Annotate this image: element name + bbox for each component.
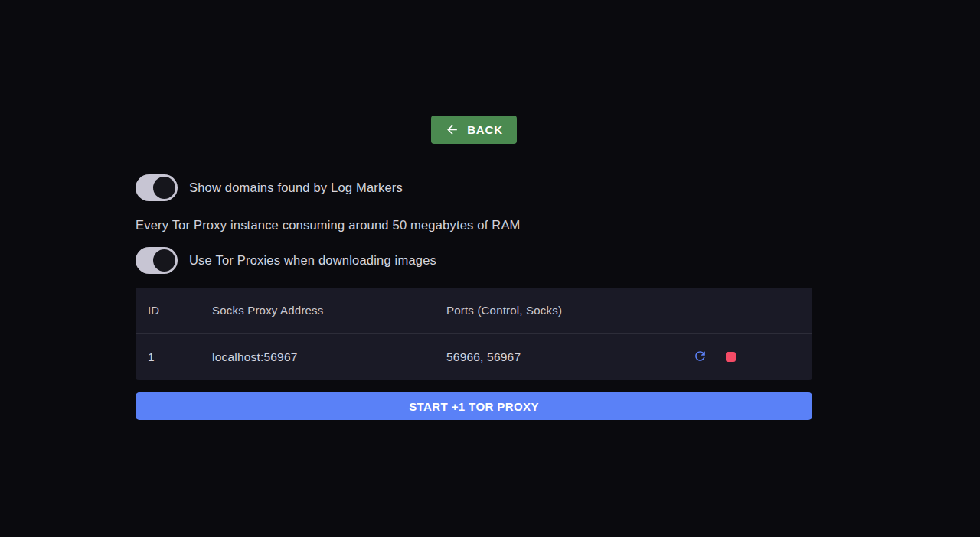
stop-icon bbox=[726, 352, 736, 362]
table-header-row: ID Socks Proxy Address Ports (Control, S… bbox=[136, 288, 812, 334]
show-domains-label: Show domains found by Log Markers bbox=[189, 181, 403, 195]
use-tor-proxies-label: Use Tor Proxies when downloading images bbox=[189, 253, 436, 268]
header-id: ID bbox=[148, 304, 212, 317]
arrow-left-icon bbox=[445, 122, 459, 137]
settings-page: BACK Show domains found by Log Markers E… bbox=[136, 0, 812, 420]
back-button-label: BACK bbox=[467, 123, 503, 136]
back-button-row: BACK bbox=[136, 0, 812, 144]
toggle-knob bbox=[153, 177, 175, 199]
use-tor-proxies-setting: Use Tor Proxies when downloading images bbox=[136, 247, 812, 274]
toggle-knob bbox=[153, 249, 175, 272]
back-button[interactable]: BACK bbox=[431, 116, 517, 144]
header-socks-proxy-address: Socks Proxy Address bbox=[212, 304, 446, 317]
show-domains-toggle[interactable] bbox=[136, 174, 178, 201]
cell-actions bbox=[688, 347, 812, 367]
cell-ports: 56966, 56967 bbox=[446, 350, 688, 364]
table-row: 1 localhost:56967 56966, 56967 bbox=[136, 334, 812, 380]
cell-id: 1 bbox=[148, 350, 212, 364]
tor-proxy-table: ID Socks Proxy Address Ports (Control, S… bbox=[136, 288, 812, 380]
use-tor-proxies-toggle[interactable] bbox=[136, 247, 178, 274]
refresh-icon bbox=[693, 349, 707, 366]
header-ports: Ports (Control, Socks) bbox=[446, 304, 688, 317]
refresh-proxy-button[interactable] bbox=[691, 347, 709, 367]
start-tor-proxy-button[interactable]: START +1 TOR PROXY bbox=[136, 392, 812, 420]
show-domains-setting: Show domains found by Log Markers bbox=[136, 174, 812, 201]
stop-proxy-button[interactable] bbox=[724, 350, 737, 363]
cell-socks-proxy-address: localhost:56967 bbox=[212, 350, 446, 364]
ram-usage-note: Every Tor Proxy instance consuming aroun… bbox=[136, 217, 812, 233]
